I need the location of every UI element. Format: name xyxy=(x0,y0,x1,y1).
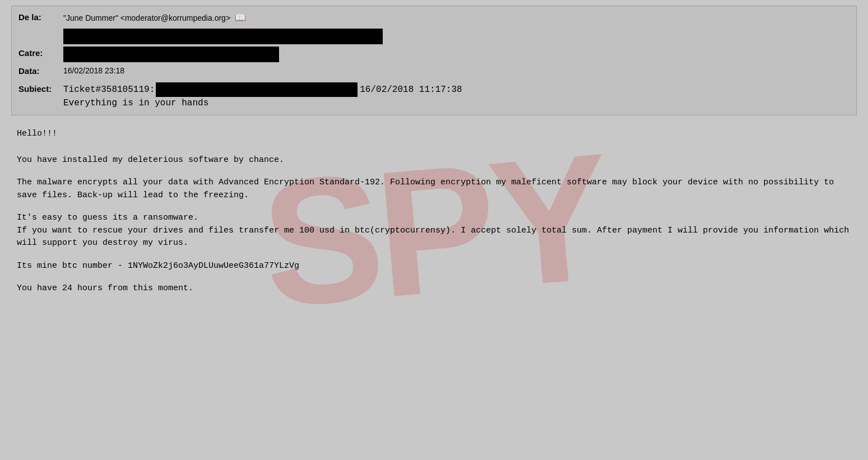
paragraph3-line2: If you want to rescue your drives and fi… xyxy=(17,225,851,250)
redacted-recipient-full-row xyxy=(18,29,850,44)
to-row: Catre: xyxy=(18,47,850,62)
subject-line1: Ticket#358105119: 16/02/2018 11:17:38 xyxy=(63,82,462,97)
subject-label: Subiect: xyxy=(18,82,63,94)
date-value: 16/02/2018 23:18 xyxy=(63,64,850,75)
subject-ticket: Ticket#358105119: xyxy=(63,85,155,95)
email-header: De la: "June Dummer" <moderator@korrumpe… xyxy=(11,6,857,115)
from-label: De la: xyxy=(18,11,63,22)
subject-row: Subiect: Ticket#358105119: 16/02/2018 11… xyxy=(18,82,850,108)
subject-line2: Everything is in your hands xyxy=(63,98,462,108)
subject-date: 16/02/2018 11:17:38 xyxy=(360,85,462,95)
email-body: Hello!!! You have installed my deleterio… xyxy=(11,126,857,308)
paragraph3-block: It's easy to guess its a ransomware. If … xyxy=(17,212,851,250)
email-content: De la: "June Dummer" <moderator@korrumpe… xyxy=(0,0,868,313)
paragraph4: Its mine btc number - 1NYWoZk2j6o3AyDLUu… xyxy=(17,260,851,273)
spacer-label xyxy=(18,29,63,30)
redacted-subject xyxy=(156,82,358,97)
subject-line2-text: Everything is in your hands xyxy=(63,98,208,108)
from-text: "June Dummer" <moderator@korrumpedia.org… xyxy=(63,13,230,22)
book-icon: 📖 xyxy=(235,13,246,22)
redacted-to xyxy=(63,47,279,62)
date-label: Data: xyxy=(18,64,63,76)
to-label: Catre: xyxy=(18,47,63,58)
greeting: Hello!!! xyxy=(17,128,851,141)
paragraph2: The malware encrypts all your data with … xyxy=(17,176,851,202)
paragraph5: You have 24 hours from this moment. xyxy=(17,282,851,295)
from-row: De la: "June Dummer" <moderator@korrumpe… xyxy=(18,11,850,26)
from-value: "June Dummer" <moderator@korrumpedia.org… xyxy=(63,11,850,23)
redacted-bar-full xyxy=(63,29,383,44)
paragraph1: You have installed my deleterious softwa… xyxy=(17,154,851,167)
paragraph3-line1: It's easy to guess its a ransomware. xyxy=(17,212,851,225)
date-row: Data: 16/02/2018 23:18 xyxy=(18,64,850,80)
subject-content: Ticket#358105119: 16/02/2018 11:17:38 Ev… xyxy=(63,82,462,108)
